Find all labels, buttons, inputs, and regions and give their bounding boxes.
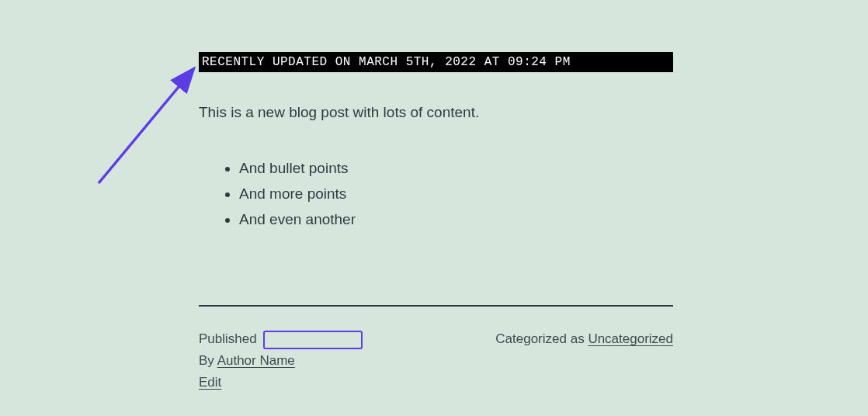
list-item: And even another [239,206,673,232]
post-meta: Published By Author Name Edit Categorize… [199,328,673,393]
author-link[interactable]: Author Name [217,353,295,368]
published-label: Published [199,331,257,346]
post-content: RECENTLY UPDATED ON MARCH 5TH, 2022 AT 0… [199,52,673,393]
intro-paragraph: This is a new blog post with lots of con… [199,102,673,124]
categorized-label: Categorized as [495,331,584,346]
list-item: And more points [239,181,673,206]
updated-banner: RECENTLY UPDATED ON MARCH 5TH, 2022 AT 0… [199,52,673,72]
meta-right: Categorized as Uncategorized [495,328,673,350]
published-date-highlight [263,331,363,349]
bullet-list: And bullet points And more points And ev… [239,155,673,233]
list-item: And bullet points [239,155,673,181]
meta-left: Published By Author Name Edit [199,328,363,393]
edit-link[interactable]: Edit [199,375,221,390]
meta-divider [199,305,673,307]
by-label: By [199,353,214,368]
annotation-arrow-icon [87,59,211,191]
svg-line-1 [99,68,194,183]
category-link[interactable]: Uncategorized [588,331,673,346]
